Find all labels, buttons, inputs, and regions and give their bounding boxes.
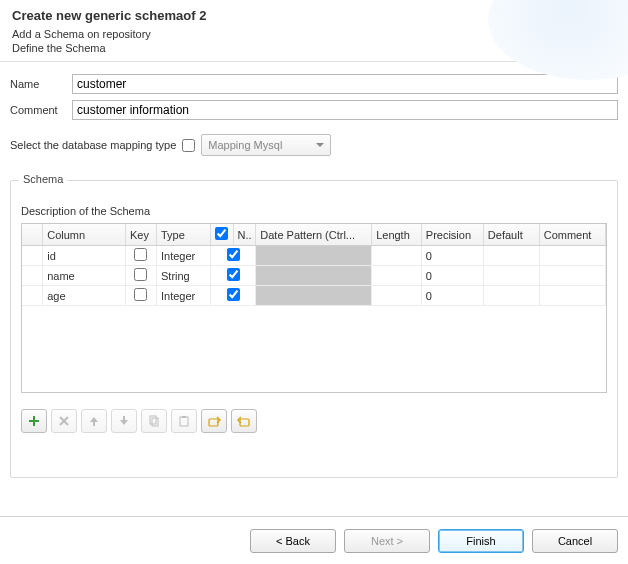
paste-icon [177,414,191,428]
key-checkbox[interactable] [134,288,147,301]
cell-nullable[interactable] [210,286,256,306]
th-key[interactable]: Key [125,224,156,246]
dialog-subtitle: Add a Schema on repository Define the Sc… [12,27,616,56]
cell-precision[interactable]: 0 [421,286,483,306]
schema-group-title: Schema [19,173,67,185]
schema-group: Schema Description of the Schema Column … [10,180,618,478]
svg-rect-5 [182,416,186,418]
th-handle[interactable] [22,224,43,246]
subtitle-line-1: Add a Schema on repository [12,27,616,41]
schema-table[interactable]: Column Key Type N.. Date Pattern (Ctrl..… [21,223,607,393]
cancel-button[interactable]: Cancel [532,529,618,553]
th-type[interactable]: Type [156,224,210,246]
svg-rect-3 [152,418,158,426]
cell-date-pattern[interactable] [256,266,372,286]
move-up-button[interactable] [81,409,107,433]
svg-rect-4 [180,417,188,426]
cell-length[interactable] [372,266,422,286]
cell-column[interactable]: id [43,246,126,266]
th-comment[interactable]: Comment [539,224,605,246]
plus-icon [27,414,41,428]
th-null-checkbox[interactable] [210,224,233,246]
cell-date-pattern[interactable] [256,246,372,266]
schema-description-label: Description of the Schema [21,205,607,217]
cell-date-pattern[interactable] [256,286,372,306]
mapping-type-value: Mapping Mysql [208,139,282,151]
schema-toolbar [21,409,607,433]
th-date-pattern[interactable]: Date Pattern (Ctrl... [256,224,372,246]
cell-precision[interactable]: 0 [421,266,483,286]
cell-precision[interactable]: 0 [421,246,483,266]
cell-type[interactable]: Integer [156,246,210,266]
copy-icon [147,414,161,428]
nullable-checkbox[interactable] [227,268,240,281]
nullable-checkbox[interactable] [227,288,240,301]
row-handle[interactable] [22,286,43,306]
cell-length[interactable] [372,246,422,266]
name-label: Name [10,78,66,90]
back-button[interactable]: < Back [250,529,336,553]
dialog-title: Create new generic schemaof 2 [12,8,616,23]
cell-default[interactable] [483,286,539,306]
wizard-footer: < Back Next > Finish Cancel [0,516,628,564]
cell-nullable[interactable] [210,246,256,266]
cell-length[interactable] [372,286,422,306]
cell-type[interactable]: String [156,266,210,286]
mapping-checkbox[interactable] [182,139,195,152]
cell-default[interactable] [483,246,539,266]
x-icon [57,414,71,428]
body: Name Comment Select the database mapping… [0,62,628,478]
paste-button[interactable] [171,409,197,433]
name-row: Name [0,72,628,98]
import-icon [207,414,221,428]
cell-comment[interactable] [539,266,605,286]
next-button: Next > [344,529,430,553]
cell-comment[interactable] [539,286,605,306]
th-null-label[interactable]: N.. [233,224,256,246]
cell-key[interactable] [125,246,156,266]
comment-label: Comment [10,104,66,116]
cell-type[interactable]: Integer [156,286,210,306]
th-column[interactable]: Column [43,224,126,246]
th-default[interactable]: Default [483,224,539,246]
table-row[interactable]: nameString0 [22,266,606,286]
th-length[interactable]: Length [372,224,422,246]
cell-default[interactable] [483,266,539,286]
cell-nullable[interactable] [210,266,256,286]
nullable-checkbox[interactable] [227,248,240,261]
cell-comment[interactable] [539,246,605,266]
svg-rect-1 [29,420,39,422]
comment-input[interactable] [72,100,618,120]
table-row[interactable]: idInteger0 [22,246,606,266]
copy-button[interactable] [141,409,167,433]
row-handle[interactable] [22,266,43,286]
mapping-row: Select the database mapping type Mapping… [0,124,628,162]
arrow-up-icon [87,414,101,428]
subtitle-line-2: Define the Schema [12,41,616,55]
cell-column[interactable]: age [43,286,126,306]
arrow-down-icon [117,414,131,428]
svg-rect-2 [150,416,156,424]
add-row-button[interactable] [21,409,47,433]
key-checkbox[interactable] [134,268,147,281]
banner: Create new generic schemaof 2 Add a Sche… [0,0,628,62]
export-schema-button[interactable] [231,409,257,433]
export-icon [237,414,251,428]
comment-row: Comment [0,98,628,124]
cell-key[interactable] [125,266,156,286]
key-checkbox[interactable] [134,248,147,261]
move-down-button[interactable] [111,409,137,433]
cell-column[interactable]: name [43,266,126,286]
mapping-label: Select the database mapping type [10,139,176,151]
table-header-row: Column Key Type N.. Date Pattern (Ctrl..… [22,224,606,246]
import-schema-button[interactable] [201,409,227,433]
cell-key[interactable] [125,286,156,306]
th-precision[interactable]: Precision [421,224,483,246]
delete-row-button[interactable] [51,409,77,433]
mapping-type-combo[interactable]: Mapping Mysql [201,134,331,156]
row-handle[interactable] [22,246,43,266]
header-nullable-checkbox[interactable] [215,227,228,240]
name-input[interactable] [72,74,618,94]
table-row[interactable]: ageInteger0 [22,286,606,306]
finish-button[interactable]: Finish [438,529,524,553]
